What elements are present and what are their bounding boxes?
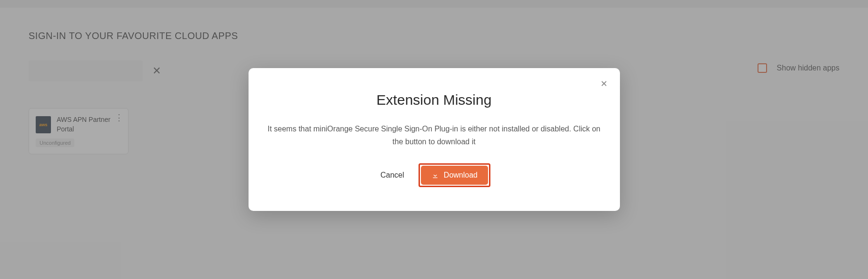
- download-icon: [431, 171, 439, 179]
- extension-missing-modal: ✕ Extension Missing It seems that miniOr…: [249, 68, 620, 211]
- modal-title: Extension Missing: [268, 92, 601, 108]
- close-icon: ✕: [600, 79, 608, 89]
- download-button-highlight: Download: [419, 163, 490, 187]
- modal-close-button[interactable]: ✕: [600, 79, 608, 89]
- modal-actions: Cancel Download: [268, 163, 601, 187]
- modal-overlay: ✕ Extension Missing It seems that miniOr…: [0, 0, 868, 279]
- download-button[interactable]: Download: [421, 166, 488, 185]
- modal-message: It seems that miniOrange Secure Single S…: [268, 122, 601, 148]
- download-button-label: Download: [444, 171, 478, 179]
- cancel-button[interactable]: Cancel: [378, 166, 407, 184]
